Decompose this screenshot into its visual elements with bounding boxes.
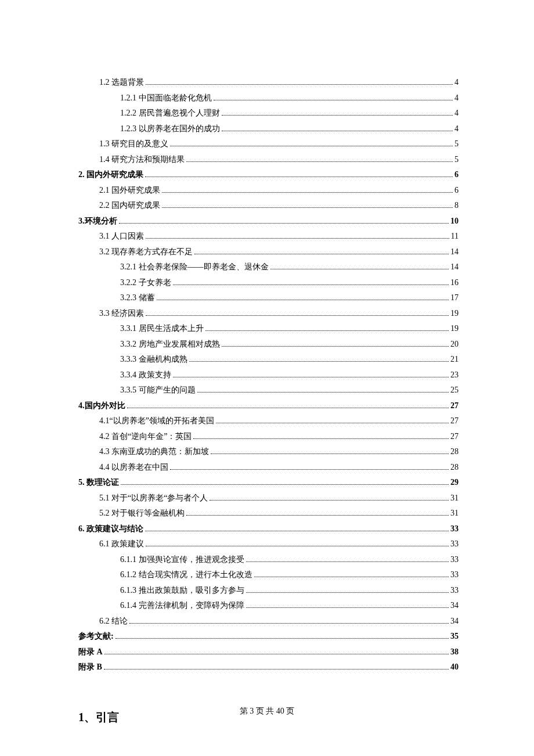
toc-entry-label: 参考文献: — [78, 629, 114, 644]
toc-entry-label: 3.2 现存养老方式存在不足 — [99, 245, 193, 260]
toc-leader-dots — [246, 556, 449, 561]
toc-entry-page: 5 — [454, 153, 459, 167]
toc-entry-label: 6.1.2 结合现实情况，进行本土化改造 — [120, 568, 252, 582]
toc-entry: 3.2.1 社会养老保险——即养老金、退休金14 — [78, 260, 459, 275]
toc-leader-dots — [162, 187, 453, 192]
toc-entry: 参考文献:35 — [78, 629, 459, 644]
toc-entry: 3.1 人口因素11 — [78, 229, 459, 244]
toc-leader-dots — [119, 218, 449, 223]
toc-entry-label: 1.2.2 居民普遍忽视个人理财 — [120, 106, 220, 121]
toc-entry-label: 6.2 结论 — [99, 614, 128, 629]
toc-entry: 3.3 经济因素19 — [78, 307, 459, 321]
toc-entry-page: 33 — [450, 584, 459, 598]
toc-entry-page: 5 — [454, 137, 459, 152]
toc-entry-label: 6.1 政策建议 — [99, 537, 144, 552]
toc-entry: 3.2.2 子女养老16 — [78, 276, 459, 290]
toc-entry-page: 27 — [450, 399, 459, 413]
toc-entry: 3.环境分析10 — [78, 214, 459, 229]
toc-entry-page: 8 — [454, 199, 459, 213]
toc-entry-label: 3.2.3 储蓄 — [120, 291, 155, 305]
toc-entry-label: 附录 B — [78, 660, 102, 675]
toc-leader-dots — [222, 341, 449, 346]
toc-leader-dots — [246, 603, 449, 608]
toc-entry: 6.1.1 加强舆论宣传，推进观念接受33 — [78, 553, 459, 567]
toc-entry-page: 29 — [450, 476, 459, 490]
toc-entry-label: 3.3.1 居民生活成本上升 — [120, 322, 204, 336]
toc-entry-label: 5.1 对于“以房养老“参与者个人 — [99, 491, 208, 506]
toc-entry-page: 33 — [450, 553, 459, 567]
toc-entry-page: 6 — [454, 183, 459, 198]
toc-entry-label: 2.1 国外研究成果 — [99, 183, 160, 198]
toc-entry-label: 3.3.4 政策支持 — [120, 368, 171, 383]
toc-entry: 1.2.1 中国面临老龄化危机4 — [78, 91, 459, 106]
toc-entry-page: 28 — [450, 460, 459, 475]
toc-leader-dots — [146, 310, 449, 315]
toc-entry-page: 11 — [451, 229, 459, 244]
toc-entry-page: 20 — [450, 337, 459, 352]
toc-entry: 6.1 政策建议33 — [78, 537, 459, 552]
toc-entry-label: 3.3 经济因素 — [99, 307, 144, 321]
toc-entry-label: 6.1.4 完善法律机制，变障碍为保障 — [120, 599, 244, 613]
toc-entry-label: 6.1.1 加强舆论宣传，推进观念接受 — [120, 553, 244, 567]
toc-entry-label: 1.2.3 以房养老在国外的成功 — [120, 122, 220, 136]
toc-leader-dots — [211, 449, 449, 454]
toc-leader-dots — [193, 433, 449, 438]
toc-entry: 6.1.2 结合现实情况，进行本土化改造33 — [78, 568, 459, 582]
toc-leader-dots — [222, 110, 453, 116]
toc-entry: 3.2 现存养老方式存在不足14 — [78, 245, 459, 260]
toc-leader-dots — [254, 572, 449, 577]
toc-entry-page: 31 — [450, 506, 459, 521]
toc-entry-label: 3.3.5 可能产生的问题 — [120, 383, 196, 398]
toc-entry-page: 19 — [450, 322, 459, 336]
toc-entry: 6. 政策建议与结论33 — [78, 522, 459, 537]
toc-entry-label: 3.3.3 金融机构成熟 — [120, 352, 187, 367]
toc-entry-label: 1.4 研究方法和预期结果 — [99, 153, 185, 167]
toc-entry-page: 28 — [450, 445, 459, 459]
toc-leader-dots — [127, 402, 449, 408]
toc-entry-label: 5.2 对于银行等金融机构 — [99, 506, 185, 521]
toc-entry-label: 3.3.2 房地产业发展相对成熟 — [120, 337, 220, 352]
table-of-contents: 1.2 选题背景41.2.1 中国面临老龄化危机41.2.2 居民普遍忽视个人理… — [78, 75, 459, 675]
toc-leader-dots — [157, 295, 449, 300]
toc-entry-label: 3.1 人口因素 — [99, 229, 144, 244]
toc-entry-page: 27 — [450, 430, 459, 444]
toc-leader-dots — [173, 372, 449, 377]
toc-entry-label: 6. 政策建议与结论 — [78, 522, 143, 537]
toc-entry-label: 4.4 以房养老在中国 — [99, 460, 168, 475]
toc-leader-dots — [162, 203, 453, 208]
toc-leader-dots — [104, 664, 449, 669]
toc-entry: 5.1 对于“以房养老“参与者个人31 — [78, 491, 459, 506]
toc-entry: 6.1.4 完善法律机制，变障碍为保障34 — [78, 599, 459, 613]
toc-leader-dots — [146, 80, 453, 85]
toc-leader-dots — [205, 326, 449, 331]
toc-leader-dots — [170, 141, 453, 146]
toc-entry: 3.3.4 政策支持23 — [78, 368, 459, 383]
toc-entry-page: 40 — [450, 660, 459, 675]
toc-entry: 1.2 选题背景4 — [78, 75, 459, 90]
toc-entry: 6.2 结论34 — [78, 614, 459, 629]
toc-entry: 3.3.1 居民生活成本上升19 — [78, 322, 459, 336]
toc-entry-page: 16 — [450, 276, 459, 290]
toc-leader-dots — [170, 464, 449, 469]
toc-entry-page: 31 — [450, 491, 459, 506]
toc-entry-page: 4 — [454, 106, 459, 121]
toc-leader-dots — [214, 95, 453, 100]
toc-entry-label: 1.2 选题背景 — [99, 75, 144, 90]
toc-entry: 附录 B40 — [78, 660, 459, 675]
toc-entry: 1.4 研究方法和预期结果5 — [78, 153, 459, 167]
toc-entry-page: 33 — [450, 568, 459, 582]
toc-entry-label: 1.3 研究目的及意义 — [99, 137, 168, 152]
toc-entry: 4.4 以房养老在中国28 — [78, 460, 459, 475]
toc-entry-label: 3.2.1 社会养老保险——即养老金、退休金 — [120, 260, 269, 275]
toc-entry: 5.2 对于银行等金融机构31 — [78, 506, 459, 521]
toc-entry: 3.3.3 金融机构成熟21 — [78, 352, 459, 367]
toc-entry-page: 10 — [450, 214, 459, 229]
toc-entry: 1.2.3 以房养老在国外的成功4 — [78, 122, 459, 136]
toc-leader-dots — [146, 541, 449, 546]
toc-entry-page: 33 — [450, 522, 459, 537]
toc-entry-page: 34 — [450, 599, 459, 613]
toc-entry-page: 6 — [454, 168, 459, 182]
toc-entry-label: 3.2.2 子女养老 — [120, 276, 171, 290]
toc-entry-page: 35 — [450, 629, 459, 644]
toc-leader-dots — [222, 125, 453, 131]
